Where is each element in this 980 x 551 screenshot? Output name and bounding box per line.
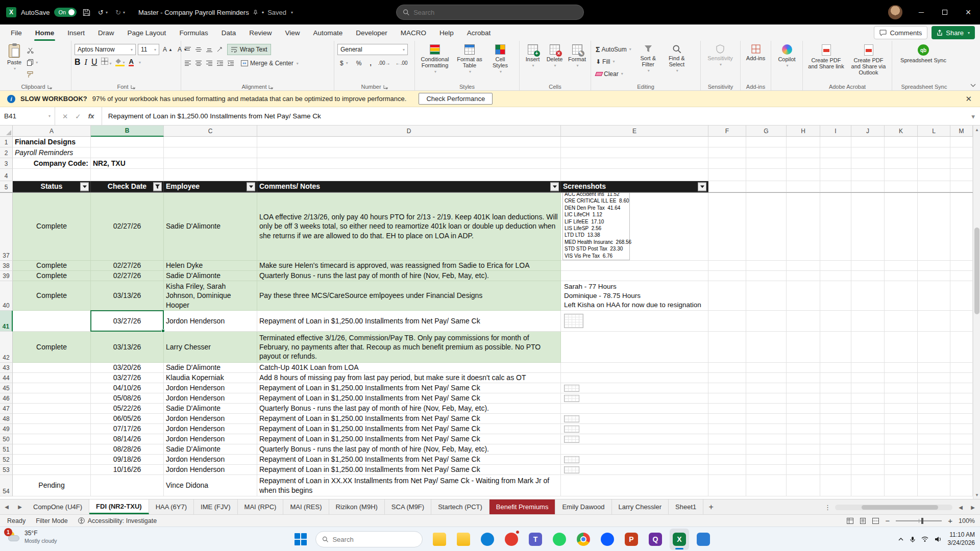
sheet-tab-fdi-nr2-txu[interactable]: FDI (NR2-TXU)	[89, 499, 149, 514]
cell-E42[interactable]	[561, 332, 708, 363]
sheet-tab-benefit-premiums[interactable]: Benefit Premiums	[489, 499, 556, 514]
row-header-40[interactable]: 40	[0, 281, 13, 311]
cell-B49[interactable]: 07/17/26	[91, 424, 164, 434]
cell-G51[interactable]	[746, 444, 787, 455]
cell-M2[interactable]	[950, 147, 973, 158]
cell-H38[interactable]	[787, 261, 820, 271]
cell-K46[interactable]	[885, 393, 918, 404]
cell-C49[interactable]: Jordon Henderson	[164, 424, 257, 434]
cell-F4[interactable]	[708, 169, 746, 181]
save-button[interactable]	[81, 5, 92, 20]
cell-H4[interactable]	[787, 169, 820, 181]
row-header-41[interactable]: 41	[0, 311, 13, 332]
cell-E50[interactable]	[561, 434, 708, 444]
sort-filter-button[interactable]: Sort & Filter▾	[635, 43, 662, 75]
cell-D42[interactable]: Terminated effective 3/1/26, Commission/…	[257, 332, 561, 363]
cell-H3[interactable]	[787, 158, 820, 169]
cell-K50[interactable]	[885, 434, 918, 444]
cell-C39[interactable]: Sadie D'Alimonte	[164, 271, 257, 281]
cell-F1[interactable]	[708, 137, 746, 147]
tab-overflow-icon[interactable]: ⋮	[824, 504, 831, 511]
cell-F53[interactable]	[708, 465, 746, 475]
cell-G5[interactable]	[746, 181, 787, 192]
font-color-button[interactable]: A	[129, 58, 133, 66]
accessibility-status[interactable]: Accessibility: Investigate	[78, 517, 157, 524]
cell-A54[interactable]: Pending	[13, 475, 91, 496]
fill-button[interactable]: ⬇Fill▾	[594, 56, 633, 67]
column-header-M[interactable]: M	[950, 126, 973, 137]
cell-A4[interactable]	[13, 169, 91, 181]
cell-C41[interactable]: Jordon Henderson	[164, 311, 257, 332]
align-middle-icon[interactable]	[195, 46, 202, 53]
cell-E1[interactable]	[561, 137, 708, 147]
cell-K51[interactable]	[885, 444, 918, 455]
cell-E54[interactable]	[561, 475, 708, 496]
sheet-tab-sca-m9f[interactable]: SCA (M9F)	[385, 499, 431, 514]
cell-B4[interactable]	[91, 169, 164, 181]
row-header-45[interactable]: 45	[0, 383, 13, 393]
row-header-51[interactable]: 51	[0, 444, 13, 455]
column-header-C[interactable]: C	[164, 126, 257, 137]
cell-K1[interactable]	[885, 137, 918, 147]
font-size-select[interactable]: 11▾	[138, 44, 159, 55]
cell-J43[interactable]	[851, 363, 885, 373]
row-header-43[interactable]: 43	[0, 363, 13, 373]
cell-L49[interactable]	[918, 424, 950, 434]
sheet-nav-left-icon[interactable]: ◀	[0, 499, 13, 514]
minimize-button[interactable]: ─	[910, 0, 933, 24]
cell-K4[interactable]	[885, 169, 918, 181]
cell-B54[interactable]	[91, 475, 164, 496]
sensitivity-button[interactable]: Sensitivity▾	[704, 43, 737, 69]
filter-button-screenshots[interactable]	[698, 182, 706, 191]
cell-H48[interactable]	[787, 414, 820, 424]
cell-I51[interactable]	[820, 444, 851, 455]
cell-A1[interactable]: Financial Designs	[13, 137, 91, 147]
cell-K42[interactable]	[885, 332, 918, 363]
cell-D4[interactable]	[257, 169, 561, 181]
cell-B51[interactable]: 08/28/26	[91, 444, 164, 455]
cell-D43[interactable]: Catch-Up 401K Loan from LOA	[257, 363, 561, 373]
copy-button[interactable]: ▾	[26, 57, 39, 68]
cell-M52[interactable]	[950, 455, 973, 465]
select-all-corner[interactable]	[0, 126, 13, 137]
column-header-K[interactable]: K	[885, 126, 918, 137]
cell-B47[interactable]: 05/22/26	[91, 404, 164, 414]
row-header-47[interactable]: 47	[0, 404, 13, 414]
cell-E39[interactable]	[561, 271, 708, 281]
cell-B38[interactable]: 02/27/26	[91, 261, 164, 271]
cell-I42[interactable]	[820, 332, 851, 363]
cell-B40[interactable]: 03/13/26	[91, 281, 164, 311]
undo-button[interactable]: ↺▾	[96, 5, 109, 20]
cell-L4[interactable]	[918, 169, 950, 181]
format-cells-button[interactable]: ✎ Format▾	[567, 43, 587, 70]
cell-C50[interactable]: Jordon Henderson	[164, 434, 257, 444]
cell-G4[interactable]	[746, 169, 787, 181]
cell-H39[interactable]	[787, 271, 820, 281]
taskbar-search-input[interactable]	[332, 536, 416, 543]
cell-M49[interactable]	[950, 424, 973, 434]
row-header-54[interactable]: 54	[0, 475, 13, 496]
cell-M41[interactable]	[950, 311, 973, 332]
taskbar-app-file-explorer[interactable]	[430, 529, 449, 550]
cell-D40[interactable]: Pay these three MCS/CareSource emlpoyees…	[257, 281, 561, 311]
cell-D52[interactable]: Repayment of Loan in $1,250.00 Installme…	[257, 455, 561, 465]
cell-J2[interactable]	[851, 147, 885, 158]
weather-widget[interactable]: 1 35°FMostly cloudy	[7, 530, 57, 545]
cell-H1[interactable]	[787, 137, 820, 147]
cell-F41[interactable]	[708, 311, 746, 332]
font-name-select[interactable]: Aptos Narrow▾	[75, 44, 136, 55]
filter-button-check-date[interactable]	[153, 182, 162, 191]
spreadsheet-sync-button[interactable]: qb Spreadsheet Sync	[895, 43, 951, 65]
insert-cells-button[interactable]: + Insert▾	[523, 43, 543, 70]
cell-E46[interactable]	[561, 393, 708, 404]
search-input[interactable]	[413, 9, 577, 16]
cell-F52[interactable]	[708, 455, 746, 465]
insert-function-button[interactable]: fx	[88, 112, 94, 120]
row-header-48[interactable]: 48	[0, 414, 13, 424]
cell-J50[interactable]	[851, 434, 885, 444]
system-clock[interactable]: 11:10 AM 3/24/2026	[948, 531, 975, 547]
row-header-46[interactable]: 46	[0, 393, 13, 404]
cell-F54[interactable]	[708, 475, 746, 496]
cell-L41[interactable]	[918, 311, 950, 332]
taskbar-app-folder[interactable]	[454, 529, 473, 550]
